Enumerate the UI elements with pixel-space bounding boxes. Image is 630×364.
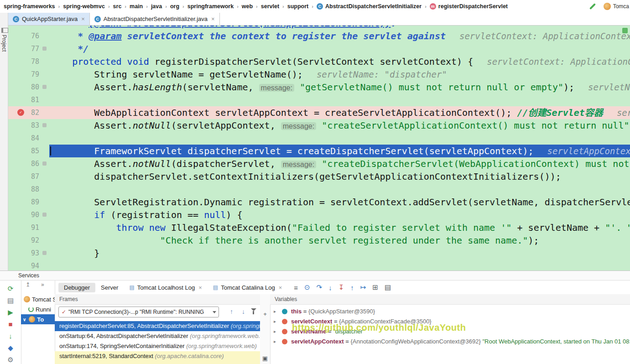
code-line[interactable]: Assert.notNull(servletAppContext, messag… bbox=[49, 119, 630, 132]
code-line[interactable]: FrameworkServlet dispatcherServlet = cre… bbox=[49, 145, 630, 157]
code-line[interactable]: Assert.hasLength(servletName, message: "… bbox=[49, 81, 630, 94]
line-number[interactable]: 78 bbox=[8, 55, 49, 68]
more-icon[interactable]: » bbox=[41, 281, 44, 288]
frame-row[interactable]: onStartup:174, SpringServletContainerIni… bbox=[55, 341, 260, 351]
code-line[interactable]: * {@link #createDispatcherServlet(WebApp… bbox=[49, 26, 630, 30]
code-line[interactable]: protected void registerDispatcherServlet… bbox=[49, 55, 630, 68]
expand-arrow-icon[interactable]: ▸ bbox=[274, 307, 276, 317]
line-number[interactable]: 81 bbox=[8, 94, 49, 106]
tab-close-icon[interactable]: × bbox=[279, 284, 282, 291]
deploy-icon[interactable]: ↓ bbox=[0, 332, 21, 341]
breadcrumb-item[interactable]: spring-frameworks bbox=[4, 3, 55, 10]
code-line[interactable]: String servletName = getServletName();se… bbox=[49, 68, 630, 81]
tab-tomcat-catalina-log[interactable]: ▤Tomcat Catalina Log× bbox=[208, 283, 287, 292]
code-line[interactable]: throw new IllegalStateException("Failed … bbox=[49, 221, 630, 234]
tab-close-icon[interactable]: × bbox=[211, 16, 215, 22]
code-line[interactable]: if (registration == null) { bbox=[49, 208, 630, 221]
code-line[interactable] bbox=[49, 183, 630, 196]
breadcrumb-item[interactable]: org bbox=[170, 3, 179, 10]
line-number[interactable]: 86 bbox=[8, 157, 49, 170]
filter-services-icon[interactable]: ◆ bbox=[0, 343, 21, 353]
breadcrumb-class[interactable]: CAbstractDispatcherServletInitializer bbox=[317, 3, 422, 10]
resume-icon[interactable]: ▶ bbox=[0, 308, 21, 317]
service-tree-item[interactable]: Runni bbox=[21, 304, 55, 314]
step-into-icon[interactable]: ↓ bbox=[328, 284, 332, 291]
copy-value-icon[interactable]: ▣ bbox=[260, 355, 270, 362]
line-number[interactable]: 88 bbox=[8, 183, 49, 196]
step-over-icon[interactable]: ↷ bbox=[317, 283, 323, 291]
tomcat-run-widget[interactable]: Tomca bbox=[604, 3, 629, 10]
breadcrumb-method[interactable]: mregisterDispatcherServlet bbox=[430, 3, 508, 10]
variable-row[interactable]: ▸this = {QuickAppStarter@3590} bbox=[270, 307, 630, 317]
code-line[interactable]: Assert.notNull(dispatcherServlet, messag… bbox=[49, 157, 630, 170]
breadcrumb-item[interactable]: spring-webmvc bbox=[63, 3, 105, 10]
code-line[interactable]: */ bbox=[49, 42, 630, 55]
expand-arrow-icon[interactable]: ▸ bbox=[274, 317, 276, 327]
breakpoint-icon[interactable]: ✓ bbox=[17, 109, 24, 116]
variable-row[interactable]: ▸servletAppContext = {AnnotationConfigWe… bbox=[270, 337, 630, 347]
project-tool-window-button[interactable]: Project bbox=[0, 13, 8, 270]
expand-arrow-icon[interactable]: ▸ bbox=[274, 327, 276, 337]
frame-row[interactable]: onStartup:64, AbstractDispatcherServletI… bbox=[55, 331, 260, 341]
layout-settings-icon[interactable]: ▤ bbox=[385, 283, 391, 291]
breadcrumb-item[interactable]: servlet bbox=[261, 3, 279, 10]
code-line[interactable]: "Check if there is another servlet regis… bbox=[49, 234, 630, 247]
tab-debugger[interactable]: Debugger bbox=[58, 283, 95, 292]
breadcrumb-item[interactable]: support bbox=[287, 3, 309, 10]
show-execution-point-icon[interactable]: ⊙ bbox=[304, 283, 310, 291]
line-number[interactable]: 75 bbox=[8, 26, 49, 30]
breadcrumb-item[interactable]: java bbox=[151, 3, 162, 10]
services-tree-icon[interactable]: ▤ bbox=[0, 296, 21, 305]
expand-arrow-icon[interactable]: ▸ bbox=[274, 337, 276, 347]
line-number[interactable]: 89 bbox=[8, 196, 49, 208]
settings-icon[interactable]: ⚙ bbox=[0, 355, 21, 364]
run-to-cursor-icon[interactable]: ↦ bbox=[360, 283, 366, 291]
editor-tab[interactable]: CQuickAppStarter.java× bbox=[8, 13, 90, 25]
service-tree-item[interactable]: Tomcat S bbox=[21, 294, 55, 304]
next-frame-icon[interactable]: ↓ bbox=[242, 308, 245, 315]
tab-close-icon[interactable]: × bbox=[198, 284, 202, 291]
hide-library-frames-icon[interactable] bbox=[251, 308, 256, 311]
breadcrumb-item[interactable]: src bbox=[113, 3, 122, 10]
force-step-into-icon[interactable]: ↧ bbox=[338, 283, 344, 291]
line-number[interactable]: 87 bbox=[8, 170, 49, 183]
line-number[interactable]: 77 bbox=[8, 42, 49, 55]
code-line[interactable]: ServletRegistration.Dynamic registration… bbox=[49, 196, 630, 208]
line-number[interactable]: 90 bbox=[8, 208, 49, 221]
line-number[interactable]: 93 bbox=[8, 247, 49, 260]
line-number[interactable]: 83 bbox=[8, 119, 49, 132]
tab-server[interactable]: Server bbox=[95, 283, 124, 292]
line-number[interactable]: 91 bbox=[8, 221, 49, 234]
breadcrumb-item[interactable]: main bbox=[130, 3, 143, 10]
line-number[interactable]: 79 bbox=[8, 68, 49, 81]
code-line[interactable]: WebApplicationContext servletAppContext … bbox=[49, 106, 630, 119]
breadcrumb-item[interactable]: springframework bbox=[187, 3, 234, 10]
editor-tab[interactable]: CAbstractDispatcherServletInitializer.ja… bbox=[90, 13, 220, 25]
step-out-icon[interactable]: ↑ bbox=[350, 284, 354, 291]
code-line[interactable]: } bbox=[49, 247, 630, 260]
line-number[interactable]: 82✓ bbox=[8, 106, 49, 119]
code-line[interactable]: * @param servletContext the context to r… bbox=[49, 30, 630, 42]
code-line[interactable] bbox=[49, 260, 630, 270]
thread-selector[interactable]: ✓ "RMI TCP Connection(3)-...p "RMI Runti… bbox=[58, 307, 219, 317]
restore-layout-icon[interactable]: ≡ bbox=[294, 284, 298, 291]
line-number[interactable]: 80 bbox=[8, 81, 49, 94]
stop-icon[interactable]: ■ bbox=[0, 320, 21, 329]
frame-row[interactable]: startInternal:5219, StandardContext (org… bbox=[55, 351, 260, 361]
tab-close-icon[interactable]: × bbox=[81, 16, 85, 22]
code-line[interactable]: dispatcherServlet.setContextInitializers… bbox=[49, 170, 630, 183]
service-tree-item[interactable]: ∨To bbox=[21, 314, 55, 324]
evaluate-expression-icon[interactable]: ⊞ bbox=[372, 283, 378, 291]
new-watch-icon[interactable]: + bbox=[260, 311, 270, 317]
code-editor[interactable]: 75 * {@link #createDispatcherServlet(Web… bbox=[8, 26, 630, 270]
line-number[interactable]: 94 bbox=[8, 260, 49, 270]
code-line[interactable] bbox=[49, 132, 630, 145]
frame-row[interactable]: start:183, LifecycleBase (org.apache.cat… bbox=[55, 361, 260, 364]
tab-tomcat-localhost-log[interactable]: ▤Tomcat Localhost Log× bbox=[124, 283, 207, 292]
frame-row[interactable]: registerDispatcherServlet:85, AbstractDi… bbox=[55, 321, 260, 331]
code-line[interactable] bbox=[49, 94, 630, 106]
line-number[interactable]: 92 bbox=[8, 234, 49, 247]
breadcrumb-item[interactable]: web bbox=[242, 3, 253, 10]
previous-frame-icon[interactable]: ↑ bbox=[230, 308, 233, 315]
line-number[interactable]: 85 bbox=[8, 145, 49, 157]
